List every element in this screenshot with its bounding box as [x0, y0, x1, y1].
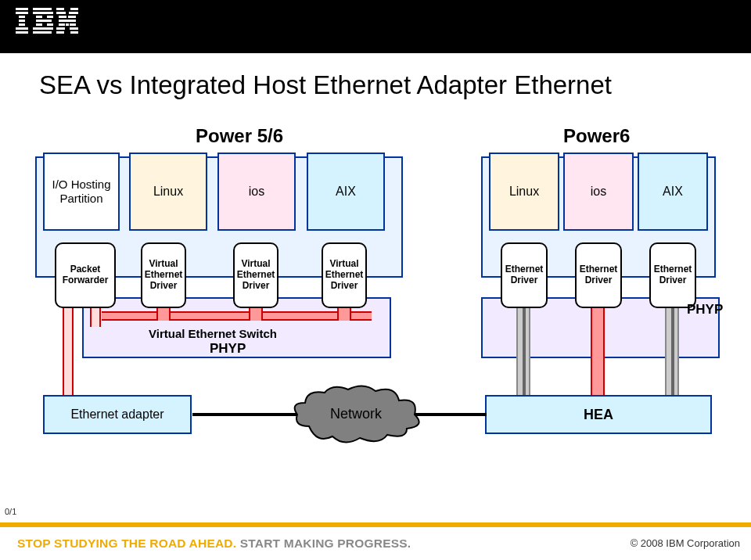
slide-number: 0/1: [5, 507, 16, 516]
virtual-ethernet-switch-label: Virtual Ethernet Switch: [149, 327, 277, 340]
phyp-right-label: PHYP: [687, 302, 723, 318]
ved1-pipe: [156, 307, 171, 321]
svg-rect-0: [16, 8, 28, 10]
packet-forwarder-box: Packet Forwarder: [55, 242, 116, 308]
link-adapter-to-network: [192, 413, 304, 416]
phyp-left-label: PHYP: [210, 341, 246, 357]
svg-rect-8: [33, 12, 53, 14]
svg-rect-4: [19, 23, 25, 26]
footer-tagline: STOP STUDYING THE ROAD AHEAD. START MAKI…: [17, 537, 411, 551]
header-bar: [0, 0, 751, 53]
svg-rect-26: [56, 27, 65, 30]
partition-aix-right: AIX: [638, 153, 708, 231]
svg-rect-6: [16, 31, 28, 34]
ed1-pipe: [516, 308, 530, 398]
partition-io-hosting: I/O Hosting Partition: [43, 153, 120, 231]
network-label: Network: [330, 406, 383, 422]
svg-rect-3: [19, 20, 25, 22]
virtual-ethernet-driver-2: Virtual Ethernet Driver: [233, 242, 278, 308]
network-cloud: Network: [289, 383, 422, 446]
svg-rect-23: [59, 23, 65, 26]
label-power56: Power 5/6: [196, 125, 283, 147]
svg-rect-29: [70, 31, 78, 34]
virtual-ethernet-driver-3: Virtual Ethernet Driver: [322, 242, 367, 308]
svg-rect-19: [69, 12, 78, 14]
svg-rect-27: [70, 27, 78, 30]
ved2-pipe: [249, 307, 263, 321]
ethernet-driver-2: Ethernet Driver: [575, 242, 622, 308]
ed2-pipe: [591, 308, 605, 398]
partition-ios-right: ios: [563, 153, 634, 231]
partition-aix-left: AIX: [307, 153, 385, 231]
svg-rect-25: [70, 23, 76, 26]
svg-rect-14: [33, 27, 53, 30]
partition-ios-left: ios: [217, 153, 296, 231]
virtual-ethernet-driver-1: Virtual Ethernet Driver: [141, 242, 186, 308]
svg-rect-24: [66, 23, 69, 26]
svg-rect-15: [33, 31, 52, 34]
svg-rect-18: [56, 12, 66, 14]
svg-rect-13: [47, 23, 53, 26]
page-title: SEA vs Integrated Host Ethernet Adapter …: [39, 70, 612, 100]
svg-rect-2: [19, 16, 25, 18]
svg-rect-10: [47, 16, 53, 18]
svg-rect-16: [56, 8, 64, 10]
ethernet-driver-1: Ethernet Driver: [501, 242, 548, 308]
svg-rect-22: [59, 20, 76, 22]
svg-rect-21: [68, 16, 76, 18]
label-power6: Power6: [563, 125, 630, 147]
partition-linux-right: Linux: [489, 153, 559, 231]
ethernet-driver-3: Ethernet Driver: [649, 242, 696, 308]
svg-rect-1: [16, 12, 28, 14]
svg-rect-7: [33, 8, 52, 10]
packet-forwarder-to-bus: [90, 307, 101, 327]
svg-rect-17: [70, 8, 78, 10]
tagline-part2: START MAKING PROGRESS.: [240, 537, 411, 550]
ed3-pipe: [665, 308, 679, 398]
tagline-part1: STOP STUDYING THE ROAD AHEAD.: [17, 537, 240, 550]
svg-rect-12: [36, 23, 42, 26]
svg-rect-20: [59, 16, 66, 18]
svg-rect-9: [36, 16, 42, 18]
hea-box: HEA: [485, 395, 712, 434]
packet-forwarder-downlink: [63, 307, 74, 400]
footer-copyright: © 2008 IBM Corporation: [631, 537, 740, 549]
svg-rect-5: [16, 27, 28, 30]
svg-rect-11: [36, 20, 52, 22]
ved3-pipe: [337, 307, 351, 321]
ethernet-adapter-box: Ethernet adapter: [43, 395, 192, 434]
svg-rect-28: [56, 31, 64, 34]
virtual-ethernet-bus: [102, 311, 372, 321]
ibm-logo: [16, 8, 78, 34]
partition-linux-left: Linux: [129, 153, 207, 231]
